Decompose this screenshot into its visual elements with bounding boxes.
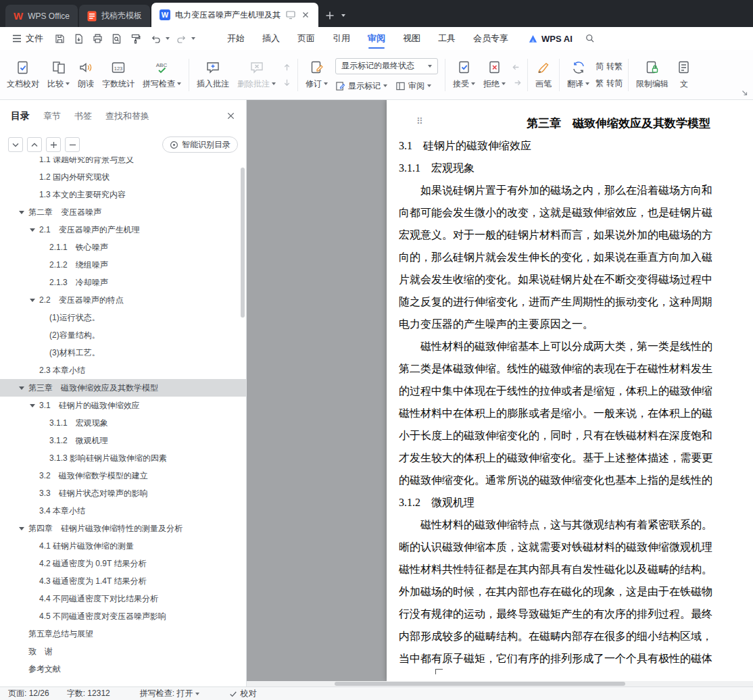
spell-check-button[interactable]: ABC 拼写检查	[139, 54, 185, 96]
read-aloud-button[interactable]: 朗读	[74, 54, 98, 96]
next-change-button[interactable]	[512, 78, 522, 88]
toc-item[interactable]: 致 谢	[0, 643, 246, 660]
compare-button[interactable]: 比较	[43, 54, 74, 96]
triangle-expand-icon[interactable]	[30, 228, 35, 232]
toc-item[interactable]: 2.1.1 铁心噪声	[0, 239, 246, 256]
toc-item[interactable]: 参考文献	[0, 660, 246, 678]
doc-proof-button[interactable]: 文档校对	[3, 54, 43, 96]
triangle-expand-icon[interactable]	[30, 404, 35, 407]
ribbon-expander-icon[interactable]	[742, 90, 748, 97]
format-painter-button[interactable]	[127, 30, 144, 47]
menu-item[interactable]: 引用	[324, 27, 359, 50]
toc-item[interactable]: 3.1.2 微观机理	[0, 432, 246, 449]
toc-item[interactable]: 1.2 国内外研究现状	[0, 168, 246, 186]
sidebar-tab[interactable]: 查找和替换	[105, 110, 149, 122]
toc-item[interactable]: 4.1 硅钢片磁致伸缩的测量	[0, 537, 246, 555]
menu-item[interactable]: 页面	[289, 27, 324, 50]
toc-item[interactable]: 4.4 不同磁通密度下对比结果分析	[0, 590, 246, 607]
undo-button[interactable]	[147, 30, 170, 47]
toc-item[interactable]: 第二章 变压器噪声	[0, 203, 246, 221]
restrict-editing-button[interactable]: 限制编辑	[632, 54, 673, 96]
menu-item[interactable]: 插入	[253, 27, 289, 50]
tab-wps-home[interactable]: W WPS Office	[5, 5, 78, 27]
menu-item[interactable]: 工具	[429, 27, 464, 50]
next-comment-button[interactable]	[282, 78, 292, 88]
toc-item[interactable]: 4.5 不同磁通密度对变压器噪声影响	[0, 607, 246, 625]
previous-change-button[interactable]	[512, 62, 522, 72]
print-button[interactable]	[89, 30, 106, 47]
accept-change-button[interactable]: 接受	[449, 54, 479, 96]
save-button[interactable]	[51, 30, 68, 47]
toc-item[interactable]: 3.2 磁致伸缩数学模型的建立	[0, 467, 246, 484]
clipped-ribbon-button[interactable]: 文	[673, 54, 696, 96]
toc-item[interactable]: (3)材料工艺。	[0, 344, 246, 361]
spellcheck-toggle[interactable]: 拼写检查: 打开	[140, 688, 200, 699]
toc-item[interactable]: 4.2 磁通密度为 0.9T 结果分析	[0, 555, 246, 572]
sidebar-tab[interactable]: 目录	[11, 110, 30, 122]
toc-item[interactable]: 3.1.1 宏观现象	[0, 414, 246, 432]
toc-item[interactable]: 1.3 本文的主要研究内容	[0, 186, 246, 203]
track-changes-button[interactable]: 修订	[301, 54, 332, 96]
reject-change-button[interactable]: 拒绝	[479, 54, 510, 96]
toc-item[interactable]: 2.2 变压器噪声的特点	[0, 291, 246, 309]
toc-item[interactable]: (1)运行状态。	[0, 309, 246, 326]
triangle-expand-icon[interactable]	[19, 386, 24, 390]
redo-button[interactable]	[173, 30, 195, 47]
markup-state-dropdown[interactable]: 显示标记的最终状态	[335, 58, 438, 74]
toc-item[interactable]: 第五章总结与展望	[0, 625, 246, 643]
collapse-all-button[interactable]	[8, 137, 23, 152]
triangle-expand-icon[interactable]	[30, 299, 35, 302]
menu-item[interactable]: 审阅	[359, 27, 394, 50]
toc-item[interactable]: 2.3 本章小结	[0, 361, 246, 379]
toc-item[interactable]: 2.1.3 冷却噪声	[0, 274, 246, 291]
toc-item[interactable]: 2.1 变压器噪声的产生机理	[0, 221, 246, 239]
smart-catalog-button[interactable]: 智能识别目录	[162, 136, 238, 153]
close-pane-icon[interactable]	[226, 111, 235, 120]
toc-item[interactable]: 3.4 本章小结	[0, 502, 246, 520]
triangle-expand-icon[interactable]	[19, 211, 24, 214]
sidebar-scrollbar-thumb[interactable]	[241, 168, 245, 318]
tab-template-doc[interactable]: 找稿壳模板	[79, 5, 150, 27]
export-pdf-button[interactable]	[70, 30, 87, 47]
insert-comment-button[interactable]: 插入批注	[193, 54, 233, 96]
search-button[interactable]	[582, 30, 599, 47]
traditional-to-simplified-button[interactable]: 繁 转简	[596, 78, 623, 89]
word-count-button[interactable]: 123 字数统计	[98, 54, 139, 96]
file-menu-button[interactable]: 文件	[7, 32, 49, 45]
print-preview-button[interactable]	[108, 30, 125, 47]
pen-button[interactable]: 画笔	[531, 54, 556, 96]
toc-item[interactable]: 3.3 硅钢片状态对噪声的影响	[0, 484, 246, 502]
zoom-out-button[interactable]	[65, 137, 80, 152]
simplified-to-traditional-button[interactable]: 简 转繁	[596, 61, 623, 72]
show-markup-button[interactable]: 显示标记	[335, 80, 387, 92]
drag-handle-icon[interactable]: ⠿	[416, 116, 423, 126]
close-icon[interactable]	[301, 10, 310, 20]
toc-item[interactable]: 1.1 课题研究的背景与意义	[0, 157, 246, 168]
delete-comment-button[interactable]: 删除批注	[233, 54, 280, 96]
zoom-in-button[interactable]	[46, 137, 61, 152]
toc-item[interactable]: (2)容量结构。	[0, 326, 246, 344]
translate-button[interactable]: 翻译	[563, 54, 593, 96]
horizontal-scrollbar[interactable]	[247, 681, 753, 686]
menu-item[interactable]: 视图	[394, 27, 429, 50]
triangle-expand-icon[interactable]	[19, 527, 24, 530]
previous-comment-button[interactable]	[282, 62, 292, 72]
wps-ai-button[interactable]: WPS AI	[528, 34, 573, 44]
toc-item[interactable]: 4.3 磁通密度为 1.4T 结果分析	[0, 572, 246, 590]
new-tab-icon[interactable]	[325, 11, 335, 20]
expand-all-button[interactable]	[27, 137, 42, 152]
tab-list-chevron-icon[interactable]	[341, 14, 345, 17]
toc-item[interactable]: 3.1.3 影响硅钢片磁致伸缩的因素	[0, 449, 246, 467]
menu-item[interactable]: 开始	[218, 27, 253, 50]
sidebar-tab[interactable]: 书签	[74, 110, 92, 122]
review-pane-button[interactable]: 审阅	[395, 80, 431, 92]
toc-item[interactable]: 第三章 磁致伸缩效应及其数学模型	[0, 379, 246, 397]
horizontal-scrollbar-thumb[interactable]	[335, 682, 625, 686]
toc-item[interactable]: 第四章 硅钢片磁致伸缩特性的测量及分析	[0, 520, 246, 537]
sidebar-tab[interactable]: 章节	[43, 110, 61, 122]
menu-item[interactable]: 会员专享	[464, 27, 517, 50]
proofread-button[interactable]: 校对	[229, 688, 256, 699]
toc-item[interactable]: 2.1.2 绕组噪声	[0, 256, 246, 274]
toc-item[interactable]: 3.1 硅钢片的磁致伸缩效应	[0, 397, 246, 414]
tab-current-document[interactable]: W 电力变压器噪声产生机理及其	[151, 3, 318, 27]
